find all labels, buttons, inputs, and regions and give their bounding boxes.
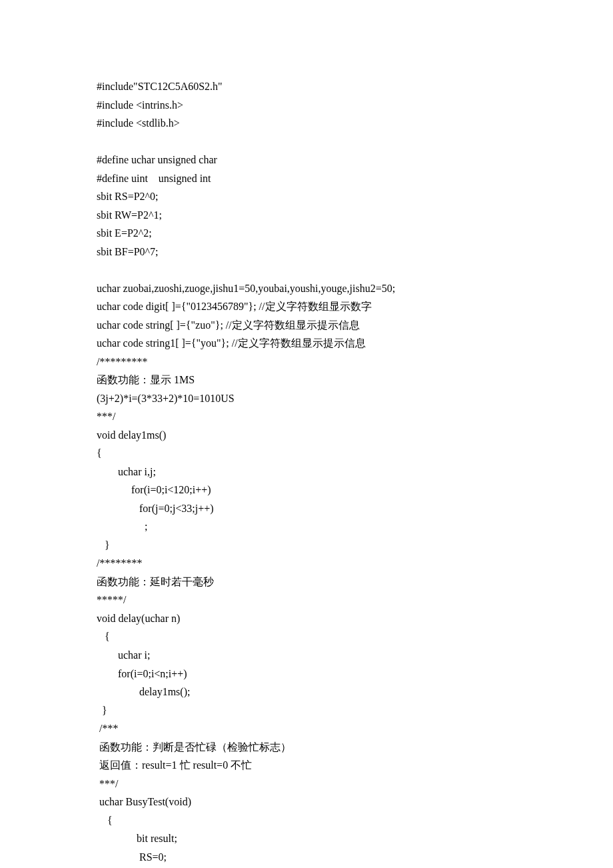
document-page: #include"STC12C5A60S2.h" #include <intri… [0, 0, 613, 868]
code-line: } [97, 705, 107, 716]
code-line: 函数功能：判断是否忙碌（检验忙标志） [97, 741, 291, 753]
code-line: /******** [97, 557, 142, 569]
code-line: RS=0; [97, 851, 167, 863]
code-line: 返回值：result=1 忙 result=0 不忙 [97, 759, 252, 771]
code-line: sbit E=P2^2; [97, 227, 152, 239]
code-line: uchar code string[ ]={"zuo"}; //定义字符数组显示… [97, 319, 360, 331]
code-line: uchar zuobai,zuoshi,zuoge,jishu1=50,youb… [97, 283, 395, 294]
code-line: for(j=0;j<33;j++) [97, 503, 214, 514]
code-line: uchar i; [97, 649, 150, 661]
code-line: for(i=0;i<120;i++) [97, 484, 211, 495]
code-line: { [97, 815, 113, 826]
code-line: ***/ [97, 411, 115, 422]
code-line: uchar i,j; [97, 466, 156, 477]
code-line: #include <stdlib.h> [97, 117, 180, 129]
code-line: #include <intrins.h> [97, 99, 183, 111]
code-line: sbit BF=P0^7; [97, 246, 159, 257]
code-line: sbit RS=P2^0; [97, 191, 159, 202]
code-line: void delay(uchar n) [97, 613, 180, 624]
code-line: for(i=0;i<n;i++) [97, 668, 187, 679]
code-line: #define uint unsigned int [97, 173, 211, 184]
code-line: ; [97, 521, 147, 532]
code-line: #define uchar unsigned char [97, 154, 217, 165]
code-line: { [97, 631, 110, 642]
code-line: /********* [97, 356, 147, 367]
code-line: uchar BusyTest(void) [97, 796, 191, 807]
code-line: 函数功能：显示 1MS [97, 374, 195, 385]
code-line: delay1ms(); [97, 686, 190, 697]
code-line: ***/ [97, 778, 118, 789]
code-line: uchar code string1[ ]={"you"}; //定义字符数组显… [97, 337, 366, 349]
code-line: (3j+2)*i=(3*33+2)*10=1010US [97, 393, 235, 404]
code-line: bit result; [97, 833, 177, 844]
code-line: uchar code digit[ ]={"0123456789"}; //定义… [97, 301, 372, 312]
code-line: { [97, 447, 102, 459]
code-line: /*** [97, 723, 118, 734]
code-line: *****/ [97, 594, 126, 605]
code-line: } [97, 539, 110, 551]
code-line: sbit RW=P2^1; [97, 209, 162, 221]
code-line: void delay1ms() [97, 429, 166, 441]
code-line: #include"STC12C5A60S2.h" [97, 81, 223, 92]
code-line: 函数功能：延时若干毫秒 [97, 576, 214, 587]
